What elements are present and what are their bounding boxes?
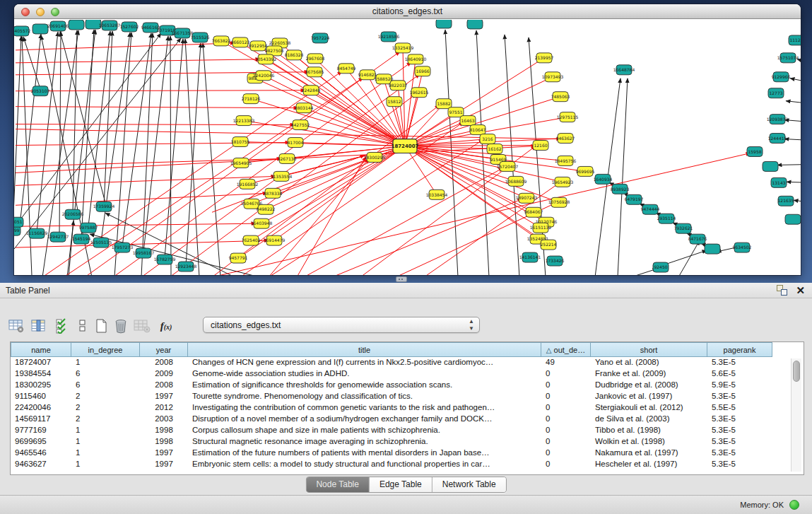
cell-title[interactable]: Changes of HCN gene expression and I(f) … [188,357,541,368]
cell-in_degree[interactable]: 1 [71,448,140,459]
cell-short[interactable]: Jankovic et al. (1997) [591,391,707,402]
graph-node[interactable]: 8878334 [264,188,283,198]
column-header-name[interactable]: name [11,342,71,357]
graph-node[interactable]: 1810755 [231,137,250,147]
cell-title[interactable]: Embryonic stem cells: a model to study s… [188,459,541,470]
cell-pagerank[interactable]: 5.3E-5 [707,459,772,470]
graph-node[interactable]: 14136141 [519,252,541,262]
graph-node[interactable]: 18907243 [516,193,538,203]
cell-short[interactable]: Wolkin et al. (1998) [591,436,707,448]
graph-node[interactable] [69,20,84,30]
function-builder-icon[interactable]: f(x) [157,317,175,335]
graph-node[interactable]: 1733426 [546,256,565,266]
graph-node[interactable]: 18495756 [555,156,577,165]
graph-node[interactable]: 15882 [436,99,452,109]
graph-node[interactable]: 13143 [771,177,787,187]
new-table-icon[interactable] [92,317,110,335]
graph-node[interactable]: 8427552 [291,120,310,130]
graph-node[interactable]: 7485063 [551,92,570,102]
tab-edge-table[interactable]: Edge Table [370,477,433,492]
graph-node[interactable]: 97551 [448,107,464,117]
cell-year[interactable]: 2012 [140,402,188,414]
network-select[interactable]: citations_edges.txt ▲▼ [203,317,480,333]
graph-node[interactable]: 9975887 [79,223,98,233]
cell-out_degree[interactable]: 0 [541,414,591,425]
graph-node[interactable]: 15958 [747,147,763,157]
cell-name[interactable]: 9777169 [11,425,71,436]
tab-network-table[interactable]: Network Table [433,477,506,492]
cell-title[interactable]: Investigating the contribution of common… [188,402,541,414]
table-row[interactable]: 946362711997Embryonic stem cells: a mode… [11,459,804,470]
graph-node[interactable]: 7515526 [191,33,210,42]
graph-node[interactable]: 6479197 [625,194,644,204]
graph-node[interactable]: 18300295 [364,152,386,162]
tab-node-table[interactable]: Node Table [306,477,370,492]
cell-in_degree[interactable]: 1 [71,357,140,368]
unselect-rows-icon[interactable] [73,317,92,335]
graph-node[interactable]: 3216 [480,134,495,144]
cell-year[interactable]: 2009 [140,368,188,380]
cell-in_degree[interactable]: 2 [71,414,140,425]
column-header-title[interactable]: title [188,342,541,357]
graph-node[interactable]: 9699695 [576,166,595,176]
cell-in_degree[interactable]: 6 [71,380,140,391]
table-row[interactable]: 1456911722003Disruption of a novel membe… [11,414,804,425]
cell-name[interactable]: 22420046 [11,402,71,414]
delete-rows-icon[interactable] [112,317,130,335]
cell-title[interactable]: Disruption of a novel member of a sodium… [188,414,541,425]
cell-in_degree[interactable]: 1 [71,459,140,470]
graph-node[interactable]: 9822037 [389,81,408,90]
graph-node[interactable]: 9684067 [524,207,543,217]
cell-short[interactable]: Hescheler et al. (1997) [591,459,707,470]
graph-node[interactable]: 9634502 [733,243,752,252]
cell-short[interactable]: Stergiakouli et al. (2012) [591,402,707,414]
graph-node[interactable]: 17359924 [93,201,115,211]
table-row[interactable]: 2242004622012Investigating the contribut… [11,402,804,414]
graph-node[interactable]: 7957224 [311,33,330,43]
graph-node[interactable]: 19654923 [552,177,574,187]
cell-pagerank[interactable]: 5.3E-5 [707,436,772,448]
cell-name[interactable]: 19384554 [11,368,71,380]
graph-node[interactable]: 10688609 [505,176,527,186]
cell-pagerank[interactable]: 5.9E-5 [707,380,772,391]
table-row[interactable]: 946554611997Estimation of the future num… [11,448,804,459]
graph-node[interactable]: 20691406 [47,21,69,31]
graph-node[interactable]: 2242848 [302,86,321,95]
graph-node[interactable]: 11123 [789,35,801,45]
graph-node[interactable]: 16914479 [264,235,286,245]
graph-node[interactable]: 7625402 [242,235,261,245]
cell-name[interactable]: 9465546 [11,448,71,459]
graph-node[interactable]: 12213383 [233,116,255,126]
graph-node[interactable]: 12160 [533,141,548,151]
graph-node[interactable]: 15720407 [497,161,519,171]
graph-node[interactable]: 2935114 [657,214,676,223]
cell-pagerank[interactable]: 5.3E-5 [707,357,772,368]
cell-name[interactable]: 9463627 [11,459,71,470]
cell-in_degree[interactable]: 1 [71,436,140,448]
graph-node[interactable]: 20206586 [62,209,84,219]
cell-year[interactable]: 2003 [140,414,188,425]
graph-node[interactable]: 1640934 [594,174,613,184]
cell-short[interactable]: de Silva et al. (2003) [591,414,707,425]
graph-node[interactable]: 15812 [387,97,402,107]
graph-node[interactable]: 85051 [14,217,23,227]
graph-node[interactable]: 10338454 [426,189,448,199]
graph-node[interactable]: 9129966 [772,72,791,82]
graph-node[interactable]: 252214 [541,240,557,250]
cell-out_degree[interactable]: 0 [541,425,591,436]
graph-node[interactable]: 16162 [487,144,502,154]
cell-short[interactable]: Nakamura et al. (1997) [591,448,707,459]
network-window-titlebar[interactable]: citations_edges.txt [14,4,801,19]
cell-name[interactable]: 14569117 [11,414,71,425]
select-all-rows-icon[interactable] [52,317,71,335]
graph-node[interactable]: 12923448 [175,262,197,271]
graph-node[interactable]: 16151132 [530,223,552,233]
cell-pagerank[interactable]: 5.3E-5 [707,448,772,459]
cell-name[interactable]: 9115460 [11,391,71,402]
table-row[interactable]: 1872400712008Changes of HCN gene express… [11,357,804,368]
network-graph[interactable]: 9405572206914061065328715276029466160107… [14,20,801,275]
cell-pagerank[interactable]: 5.3E-5 [707,391,772,402]
graph-node[interactable]: 18640910 [405,54,427,64]
cell-name[interactable]: 18300295 [11,380,71,391]
graph-node[interactable]: 121635 [778,196,794,206]
